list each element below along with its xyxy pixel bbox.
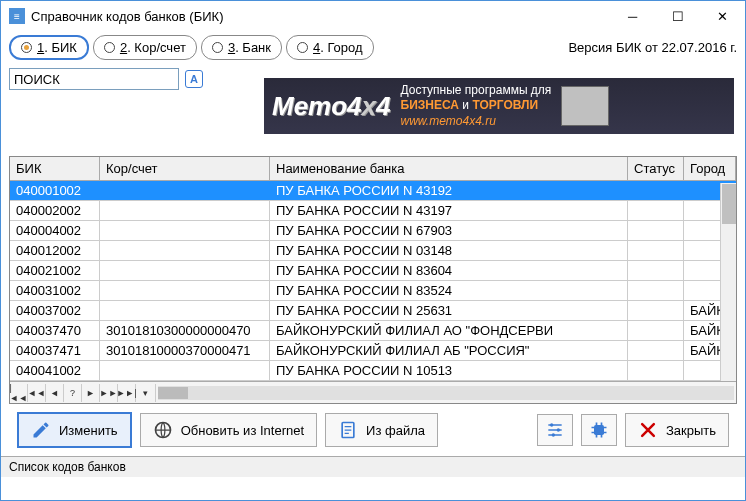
table-body: 040001002ПУ БАНКА РОССИИ N 4319204000200… bbox=[10, 181, 736, 381]
maximize-button[interactable]: ☐ bbox=[655, 1, 700, 31]
cell-status bbox=[628, 221, 684, 240]
nav-last[interactable]: ►►| bbox=[118, 384, 136, 402]
radio-icon bbox=[297, 42, 308, 53]
table-row[interactable]: 040041002ПУ БАНКА РОССИИ N 10513 bbox=[10, 361, 736, 381]
cell-kor bbox=[100, 181, 270, 200]
button-label: Закрыть bbox=[666, 423, 716, 438]
tab-korschet[interactable]: 2. Кор/счет bbox=[93, 35, 197, 60]
banner-word2: ТОРГОВЛИ bbox=[472, 98, 538, 112]
cell-bik: 040037002 bbox=[10, 301, 100, 320]
cell-bik: 040037470 bbox=[10, 321, 100, 340]
globe-icon bbox=[153, 420, 173, 440]
nav-next-page[interactable]: ►► bbox=[100, 384, 118, 402]
table-row[interactable]: 040021002ПУ БАНКА РОССИИ N 83604 bbox=[10, 261, 736, 281]
col-kor[interactable]: Кор/счет bbox=[100, 157, 270, 181]
cell-name: ПУ БАНКА РОССИИ N 25631 bbox=[270, 301, 628, 320]
cell-bik: 040037471 bbox=[10, 341, 100, 360]
cell-kor bbox=[100, 361, 270, 380]
tab-gorod[interactable]: 4. Город bbox=[286, 35, 374, 60]
search-input[interactable] bbox=[9, 68, 179, 90]
vertical-scrollbar[interactable] bbox=[720, 183, 736, 381]
tab-label: 2. Кор/счет bbox=[120, 40, 186, 55]
cell-kor bbox=[100, 241, 270, 260]
table-row[interactable]: 040004002ПУ БАНКА РОССИИ N 67903 bbox=[10, 221, 736, 241]
table-row[interactable]: 04003747030101810300000000470БАЙКОНУРСКИ… bbox=[10, 321, 736, 341]
col-bik[interactable]: БИК bbox=[10, 157, 100, 181]
cell-bik: 040041002 bbox=[10, 361, 100, 380]
cell-bik: 040012002 bbox=[10, 241, 100, 260]
banner-url: www.memo4x4.ru bbox=[401, 114, 552, 130]
ad-banner[interactable]: Memo4x4 Доступные программы для БИЗНЕСА … bbox=[264, 78, 734, 134]
cell-name: БАЙКОНУРСКИЙ ФИЛИАЛ АО "ФОНДСЕРВИ bbox=[270, 321, 628, 340]
nav-prev[interactable]: ◄ bbox=[46, 384, 64, 402]
table-row[interactable]: 040037002ПУ БАНКА РОССИИ N 25631БАЙК bbox=[10, 301, 736, 321]
edit-button[interactable]: Изменить bbox=[17, 412, 132, 448]
tabs: 1. БИК 2. Кор/счет 3. Банк 4. Город bbox=[9, 35, 374, 60]
cell-name: ПУ БАНКА РОССИИ N 43192 bbox=[270, 181, 628, 200]
cell-kor bbox=[100, 261, 270, 280]
table-row[interactable]: 040031002ПУ БАНКА РОССИИ N 83524 bbox=[10, 281, 736, 301]
nav-next[interactable]: ► bbox=[82, 384, 100, 402]
file-icon bbox=[338, 420, 358, 440]
data-table: БИК Кор/счет Наименование банка Статус Г… bbox=[9, 156, 737, 404]
table-row[interactable]: 040001002ПУ БАНКА РОССИИ N 43192 bbox=[10, 181, 736, 201]
close-button[interactable]: Закрыть bbox=[625, 413, 729, 447]
cell-status bbox=[628, 301, 684, 320]
cell-name: ПУ БАНКА РОССИИ N 67903 bbox=[270, 221, 628, 240]
h-scrollbar-thumb[interactable] bbox=[158, 387, 188, 399]
horizontal-scrollbar[interactable] bbox=[158, 386, 734, 400]
cell-status bbox=[628, 361, 684, 380]
scrollbar-thumb[interactable] bbox=[722, 184, 736, 224]
nav-prev-page[interactable]: ◄◄ bbox=[28, 384, 46, 402]
cell-bik: 040002002 bbox=[10, 201, 100, 220]
search-a-button[interactable]: А bbox=[185, 70, 203, 88]
cell-name: ПУ БАНКА РОССИИ N 43197 bbox=[270, 201, 628, 220]
table-row[interactable]: 04003747130101810000370000471БАЙКОНУРСКИ… bbox=[10, 341, 736, 361]
chip-button[interactable] bbox=[581, 414, 617, 446]
x-icon bbox=[638, 420, 658, 440]
col-city[interactable]: Город bbox=[684, 157, 736, 181]
nav-info[interactable]: ? bbox=[64, 384, 82, 402]
button-label: Изменить bbox=[59, 423, 118, 438]
cell-bik: 040031002 bbox=[10, 281, 100, 300]
tab-bik[interactable]: 1. БИК bbox=[9, 35, 89, 60]
cell-bik: 040004002 bbox=[10, 221, 100, 240]
cell-status bbox=[628, 281, 684, 300]
table-row[interactable]: 040012002ПУ БАНКА РОССИИ N 03148 bbox=[10, 241, 736, 261]
banner-logo: Memo4x4 bbox=[272, 91, 391, 122]
tab-label: 1. БИК bbox=[37, 40, 77, 55]
cell-name: ПУ БАНКА РОССИИ N 83524 bbox=[270, 281, 628, 300]
table-row[interactable]: 040002002ПУ БАНКА РОССИИ N 43197 bbox=[10, 201, 736, 221]
cell-kor bbox=[100, 221, 270, 240]
cell-kor bbox=[100, 301, 270, 320]
cell-name: ПУ БАНКА РОССИИ N 03148 bbox=[270, 241, 628, 260]
cell-kor bbox=[100, 281, 270, 300]
radio-icon bbox=[212, 42, 223, 53]
sliders-button[interactable] bbox=[537, 414, 573, 446]
close-window-button[interactable]: ✕ bbox=[700, 1, 745, 31]
cell-status bbox=[628, 241, 684, 260]
svg-point-3 bbox=[557, 428, 560, 431]
update-button[interactable]: Обновить из Internet bbox=[140, 413, 317, 447]
cell-kor bbox=[100, 201, 270, 220]
radio-icon bbox=[21, 42, 32, 53]
from-file-button[interactable]: Из файла bbox=[325, 413, 438, 447]
nav-filter[interactable]: ▾ bbox=[136, 384, 156, 402]
cell-bik: 040001002 bbox=[10, 181, 100, 200]
record-navigator: |◄◄ ◄◄ ◄ ? ► ►► ►►| ▾ bbox=[10, 381, 736, 403]
banner-line1: Доступные программы для bbox=[401, 83, 552, 99]
window-controls: ─ ☐ ✕ bbox=[610, 1, 745, 31]
cell-name: ПУ БАНКА РОССИИ N 83604 bbox=[270, 261, 628, 280]
nav-first[interactable]: |◄◄ bbox=[10, 384, 28, 402]
cell-name: ПУ БАНКА РОССИИ N 10513 bbox=[270, 361, 628, 380]
cell-status bbox=[628, 321, 684, 340]
sliders-icon bbox=[545, 420, 565, 440]
tab-bank[interactable]: 3. Банк bbox=[201, 35, 282, 60]
cell-name: БАЙКОНУРСКИЙ ФИЛИАЛ АБ "РОССИЯ" bbox=[270, 341, 628, 360]
col-name[interactable]: Наименование банка bbox=[270, 157, 628, 181]
col-status[interactable]: Статус bbox=[628, 157, 684, 181]
window-title: Справочник кодов банков (БИК) bbox=[31, 9, 610, 24]
minimize-button[interactable]: ─ bbox=[610, 1, 655, 31]
cell-status bbox=[628, 261, 684, 280]
cell-status bbox=[628, 201, 684, 220]
